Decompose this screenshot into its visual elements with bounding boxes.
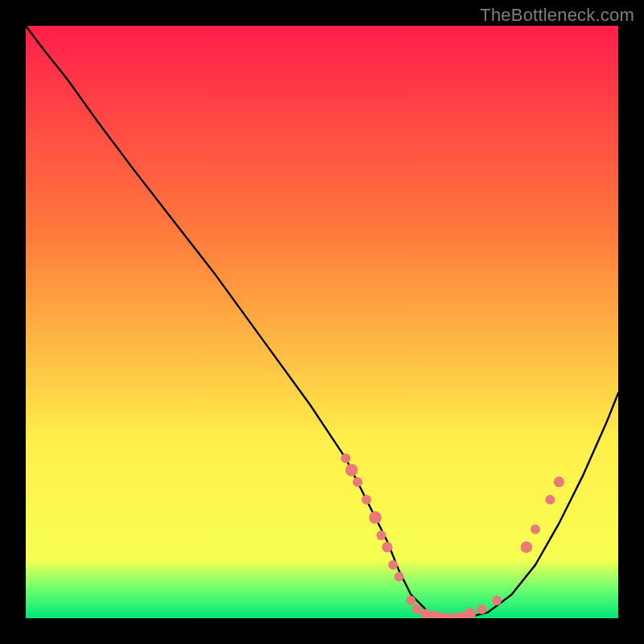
data-marker bbox=[530, 525, 540, 535]
plot-area bbox=[26, 26, 618, 618]
heat-gradient bbox=[26, 26, 618, 618]
data-marker bbox=[382, 542, 392, 552]
data-marker bbox=[545, 495, 555, 505]
data-marker bbox=[492, 596, 502, 605]
data-marker bbox=[554, 477, 564, 487]
chart-svg bbox=[26, 26, 618, 618]
data-marker bbox=[388, 560, 398, 570]
data-marker bbox=[394, 572, 404, 582]
data-marker bbox=[369, 511, 382, 524]
data-marker bbox=[377, 530, 386, 540]
data-marker bbox=[412, 605, 422, 614]
data-marker bbox=[477, 605, 487, 614]
watermark-text: TheBottleneck.com bbox=[480, 5, 634, 26]
data-marker bbox=[406, 596, 415, 605]
data-marker bbox=[361, 495, 371, 505]
outer-frame: TheBottleneck.com bbox=[0, 0, 644, 644]
data-marker bbox=[345, 464, 358, 477]
data-marker bbox=[341, 453, 350, 463]
data-marker bbox=[521, 542, 532, 553]
data-marker bbox=[353, 477, 362, 487]
